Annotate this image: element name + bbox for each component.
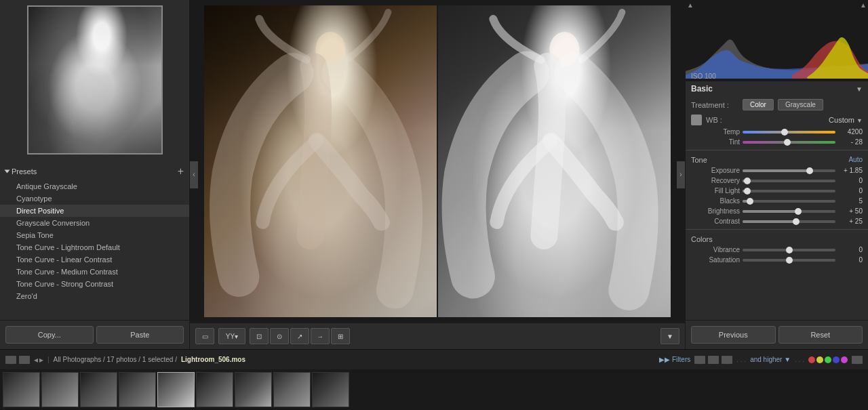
brightness-slider-track[interactable] — [743, 210, 835, 213]
wb-row: WB : Custom ▼ — [686, 113, 868, 127]
tint-slider-track[interactable] — [743, 141, 835, 144]
filmstrip-thumb-8[interactable] — [273, 372, 311, 407]
preset-item-9[interactable]: Zero'd — [0, 290, 189, 302]
recovery-slider-thumb[interactable] — [744, 178, 751, 184]
filter-icon-3[interactable] — [722, 356, 732, 364]
tint-label: Tint — [691, 138, 740, 146]
eyedropper-icon[interactable] — [691, 115, 702, 125]
contrast-slider-thumb[interactable] — [793, 218, 800, 225]
filmstrip-thumb-9[interactable] — [312, 372, 349, 407]
contrast-slider-row: Contrast + 25 — [686, 216, 868, 226]
green-filter[interactable] — [825, 356, 831, 363]
grid-tool[interactable]: ⊞ — [331, 328, 350, 344]
toolbar: ▭ YY▾ ⊡ ⊙ ↗ → ⊞ ▼ — [190, 323, 685, 349]
saturation-slider-track[interactable] — [743, 259, 835, 262]
preset-item-7[interactable]: Tone Curve - Medium Contrast — [0, 266, 189, 278]
basic-section-arrow[interactable]: ▼ — [856, 85, 863, 93]
preset-item-3[interactable]: Grayscale Conversion — [0, 217, 189, 229]
histogram: ▲ ▲ ISO 100 — [686, 0, 868, 81]
fill-light-value: 0 — [838, 187, 863, 194]
fill-light-slider-row: Fill Light 0 — [686, 186, 868, 196]
treatment-row: Treatment : Color Grayscale — [686, 96, 868, 113]
loupe-view-icon[interactable] — [19, 356, 30, 364]
contrast-slider-track[interactable] — [743, 220, 835, 223]
preset-item-4[interactable]: Sepia Tone — [0, 229, 189, 241]
filter-icon-2[interactable] — [708, 356, 719, 364]
prev-photo-arrow[interactable]: ◂ — [34, 355, 38, 365]
filters-label[interactable]: ▶▶ Filters — [659, 356, 690, 363]
blacks-slider-track[interactable] — [743, 200, 835, 203]
blue-filter[interactable] — [833, 356, 840, 363]
filmstrip-thumb-2[interactable] — [41, 372, 79, 407]
left-collapse-arrow[interactable]: ‹ — [190, 161, 198, 188]
color-treatment-button[interactable]: Color — [743, 99, 774, 110]
presets-section: Presets + Antique Grayscale Cyanotype Di… — [0, 160, 189, 320]
reset-button[interactable]: Reset — [778, 326, 863, 344]
before-image — [204, 5, 437, 317]
view-tool-1[interactable]: ▭ — [195, 328, 214, 344]
right-dropdown[interactable]: ▼ — [660, 328, 679, 344]
vibrance-label: Vibrance — [691, 246, 740, 253]
higher-filter-icon[interactable] — [852, 356, 863, 364]
divider-2 — [686, 229, 868, 230]
filmstrip-thumb-7[interactable] — [235, 372, 272, 407]
exposure-slider-track[interactable] — [743, 169, 835, 172]
vibrance-value: 0 — [838, 246, 863, 253]
tint-slider-thumb[interactable] — [784, 139, 791, 146]
grid-view-icon[interactable] — [5, 356, 16, 364]
thumbnail-image — [27, 5, 163, 155]
preset-item-5[interactable]: Tone Curve - Lightroom Default — [0, 241, 189, 253]
yellow-filter[interactable] — [816, 356, 823, 363]
preset-item-2[interactable]: Direct Positive — [0, 205, 189, 217]
vibrance-slider-thumb[interactable] — [786, 247, 793, 253]
presets-header[interactable]: Presets + — [0, 163, 189, 180]
exposure-slider-thumb[interactable] — [806, 167, 813, 174]
previous-button[interactable]: Previous — [691, 326, 776, 344]
preset-item-1[interactable]: Cyanotype — [0, 192, 189, 205]
vibrance-slider-track[interactable] — [743, 249, 835, 251]
yy-tool[interactable]: YY▾ — [218, 328, 245, 344]
wb-value[interactable]: Custom ▼ — [730, 116, 863, 124]
filmstrip-thumb-1[interactable] — [3, 372, 40, 407]
brightness-slider-thumb[interactable] — [795, 208, 802, 215]
right-collapse-arrow[interactable]: › — [677, 161, 685, 188]
brightness-value: + 50 — [838, 207, 863, 215]
temp-slider-track[interactable] — [743, 131, 835, 134]
thumbnail-area — [0, 0, 189, 160]
crop-tool[interactable]: ⊡ — [250, 328, 269, 344]
exposure-label: Exposure — [691, 167, 740, 174]
circle-tool[interactable]: ⊙ — [270, 328, 289, 344]
tone-subsection: Tone Auto — [686, 153, 868, 165]
tool-group-3: ⊡ ⊙ ↗ → ⊞ — [250, 328, 350, 344]
next-photo-arrow[interactable]: ▸ — [39, 355, 43, 365]
star-filter[interactable]: and higher ▼ — [750, 356, 791, 363]
thumb-4-img — [119, 373, 155, 407]
auto-button[interactable]: Auto — [848, 156, 863, 164]
saturation-slider-row: Saturation 0 — [686, 255, 868, 265]
filmstrip-thumb-3[interactable] — [80, 372, 117, 407]
filter-icon-1[interactable] — [694, 356, 705, 364]
purple-filter[interactable] — [841, 356, 848, 363]
preset-item-6[interactable]: Tone Curve - Linear Contrast — [0, 253, 189, 266]
filmstrip-thumb-6[interactable] — [196, 372, 233, 407]
preset-item-0[interactable]: Antique Grayscale — [0, 180, 189, 192]
saturation-slider-thumb[interactable] — [786, 257, 793, 264]
tint-value: - 28 — [838, 138, 863, 146]
thumb-8-img — [274, 373, 310, 407]
export-tool[interactable]: ↗ — [290, 328, 309, 344]
copy-button[interactable]: Copy... — [5, 326, 94, 344]
red-filter[interactable] — [808, 356, 815, 363]
blacks-slider-thumb[interactable] — [747, 198, 753, 205]
grayscale-treatment-button[interactable]: Grayscale — [778, 99, 823, 110]
preset-item-8[interactable]: Tone Curve - Strong Contrast — [0, 278, 189, 290]
treatment-label: Treatment : — [691, 101, 738, 109]
fill-light-slider-track[interactable] — [743, 190, 835, 192]
filmstrip-thumb-5[interactable] — [157, 372, 195, 407]
add-preset-icon[interactable]: + — [178, 165, 184, 178]
temp-slider-thumb[interactable] — [781, 129, 788, 136]
fill-light-slider-thumb[interactable] — [744, 188, 751, 194]
paste-button[interactable]: Paste — [96, 326, 184, 344]
rotate-tool[interactable]: → — [311, 328, 330, 344]
filmstrip-thumb-4[interactable] — [119, 372, 156, 407]
recovery-slider-track[interactable] — [743, 180, 835, 182]
